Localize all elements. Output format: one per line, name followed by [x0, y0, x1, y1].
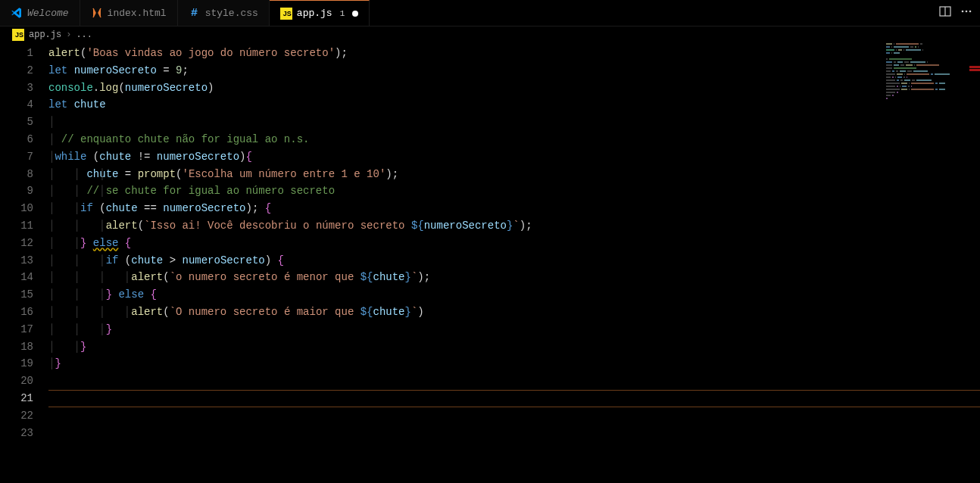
code-line[interactable]: │ } else {│: [48, 235, 980, 252]
tab-style-css[interactable]: # style.css: [178, 0, 270, 26]
svg-point-2: [962, 11, 964, 13]
js-file-icon: JS: [12, 29, 24, 41]
tab-problem-badge: 1: [340, 9, 345, 18]
svg-point-4: [969, 11, 972, 13]
code-line[interactable]: │ alert(`O numero secreto é maior que ${…: [48, 304, 980, 321]
line-number: 18: [0, 338, 33, 356]
code-line[interactable]: [48, 390, 980, 407]
code-line[interactable]: let chute: [48, 96, 980, 114]
code-line[interactable]: [48, 425, 980, 442]
line-number: 14: [0, 269, 33, 286]
line-number: 17: [0, 321, 33, 338]
line-number: 6: [0, 131, 33, 148]
line-number: 4: [0, 96, 33, 114]
line-number: 12: [0, 235, 33, 252]
line-number: 3: [0, 79, 33, 97]
minimap[interactable]: [886, 43, 969, 104]
tab-index-html[interactable]: index.html: [80, 0, 178, 26]
line-number: 9: [0, 182, 33, 200]
tab-Welcome[interactable]: Welcome: [0, 0, 80, 26]
line-number: 2: [0, 62, 33, 79]
js-tab-icon: JS: [280, 8, 292, 20]
breadcrumb-scope: ...: [76, 30, 92, 40]
code-line[interactable]: │ alert(`o numero secreto é menor que ${…: [48, 269, 980, 286]
code-line[interactable]: │while (chute != numeroSecreto){: [48, 148, 980, 166]
code-line[interactable]: │}: [48, 355, 980, 372]
code-line[interactable]: │ alert(`Isso ai! Você descobriu o númer…: [48, 217, 980, 235]
tab-label: app.js: [297, 8, 332, 19]
code-content[interactable]: alert('Boas vindas ao jogo do número sec…: [48, 43, 980, 483]
tab-label: index.html: [108, 8, 167, 19]
tab-bar: Welcome index.html # style.css JS app.js…: [0, 0, 980, 26]
vscode-tab-icon: [11, 7, 23, 19]
svg-point-3: [966, 11, 968, 13]
scrollbar-track: [969, 43, 980, 483]
code-line[interactable]: let numeroSecreto = 9;: [48, 62, 980, 79]
code-line[interactable]: │ } else {││: [48, 286, 980, 304]
code-line[interactable]: [48, 407, 980, 425]
split-editor-icon[interactable]: [939, 5, 951, 20]
editor-area[interactable]: 1234567891011121314151617181920212223 al…: [0, 43, 980, 483]
tab-label: Welcome: [27, 8, 69, 19]
code-line[interactable]: │ // se chute for igual ao número secret…: [48, 182, 980, 200]
code-line[interactable]: alert('Boas vindas ao jogo do número sec…: [48, 45, 980, 62]
line-number: 23: [0, 425, 33, 442]
line-number: 15: [0, 286, 33, 304]
scrollbar-error-marker[interactable]: [969, 69, 980, 71]
code-line[interactable]: │ }││: [48, 321, 980, 338]
html-tab-icon: [91, 7, 103, 19]
line-number: 8: [0, 166, 33, 183]
tab-label: style.css: [205, 8, 258, 19]
line-number: 22: [0, 407, 33, 425]
tab-filler: [370, 0, 932, 26]
code-line[interactable]: │: [48, 114, 980, 131]
more-actions-icon[interactable]: [960, 5, 972, 20]
line-number: 11: [0, 217, 33, 235]
code-line[interactable]: │ // enquanto chute não for igual ao n.s…: [48, 131, 980, 148]
breadcrumb-file: app.js: [29, 30, 61, 40]
line-number: 20: [0, 372, 33, 390]
tab-actions: [932, 0, 980, 26]
line-number: 21: [0, 390, 33, 407]
line-number: 19: [0, 355, 33, 372]
line-number: 7: [0, 148, 33, 166]
line-number: 5: [0, 114, 33, 131]
code-line[interactable]: console.log(numeroSecreto): [48, 79, 980, 97]
line-number: 13: [0, 252, 33, 270]
code-line[interactable]: │ if (chute == numeroSecreto); {│: [48, 200, 980, 217]
code-line[interactable]: │ chute = prompt('Escolha um número entr…: [48, 166, 980, 183]
breadcrumb[interactable]: JS app.js › ...: [0, 26, 980, 43]
scrollbar[interactable]: [969, 43, 980, 483]
breadcrumb-separator: ›: [66, 30, 71, 40]
code-line[interactable]: │ if (chute > numeroSecreto) {││: [48, 252, 980, 270]
line-number: 10: [0, 200, 33, 217]
code-line[interactable]: [48, 372, 980, 390]
line-number: 1: [0, 45, 33, 62]
tab-modified-dot: [352, 11, 358, 17]
scrollbar-error-marker[interactable]: [969, 66, 980, 68]
line-number: 16: [0, 304, 33, 321]
code-line[interactable]: │ }│: [48, 338, 980, 356]
css-tab-icon: #: [189, 7, 201, 19]
line-number-gutter: 1234567891011121314151617181920212223: [0, 43, 48, 483]
tab-app-js[interactable]: JS app.js 1: [270, 0, 370, 26]
